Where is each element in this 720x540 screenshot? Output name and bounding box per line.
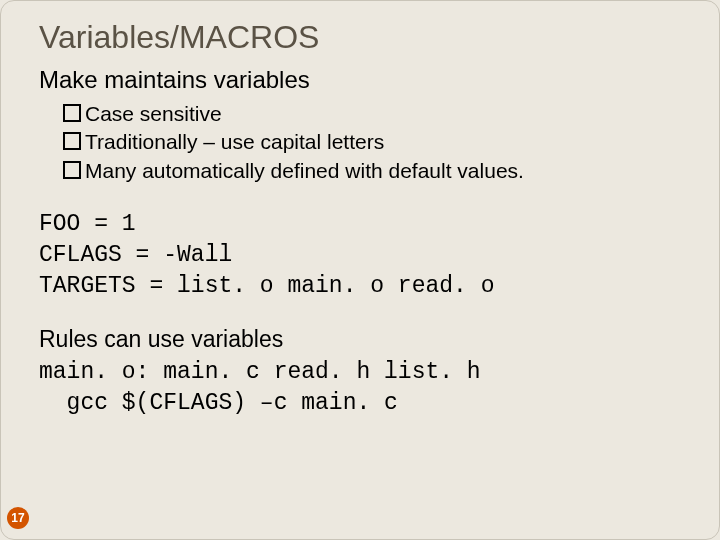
code-line: TARGETS = list. o main. o read. o bbox=[39, 273, 494, 299]
slide-subtitle: Make maintains variables bbox=[39, 66, 691, 94]
bullet-list: Case sensitive Traditionally – use capit… bbox=[63, 100, 691, 185]
bullet-item: Many automatically defined with default … bbox=[63, 157, 691, 185]
bullet-text: Traditionally – use capital letters bbox=[85, 128, 384, 156]
code-line: main. o: main. c read. h list. h bbox=[39, 359, 481, 385]
bullet-item: Traditionally – use capital letters bbox=[63, 128, 691, 156]
code-line: CFLAGS = -Wall bbox=[39, 242, 232, 268]
rules-text: Rules can use variables bbox=[39, 326, 691, 353]
square-bullet-icon bbox=[63, 161, 81, 179]
square-bullet-icon bbox=[63, 132, 81, 150]
slide-title: Variables/MACROS bbox=[39, 19, 691, 56]
slide: Variables/MACROS Make maintains variable… bbox=[0, 0, 720, 540]
bullet-text: Case sensitive bbox=[85, 100, 222, 128]
code-line: gcc $(CFLAGS) –c main. c bbox=[39, 390, 398, 416]
bullet-item: Case sensitive bbox=[63, 100, 691, 128]
code-line: FOO = 1 bbox=[39, 211, 136, 237]
page-number-badge: 17 bbox=[7, 507, 29, 529]
code-block-1: FOO = 1 CFLAGS = -Wall TARGETS = list. o… bbox=[39, 209, 691, 302]
code-block-2: main. o: main. c read. h list. h gcc $(C… bbox=[39, 357, 691, 419]
square-bullet-icon bbox=[63, 104, 81, 122]
bullet-text: Many automatically defined with default … bbox=[85, 157, 524, 185]
